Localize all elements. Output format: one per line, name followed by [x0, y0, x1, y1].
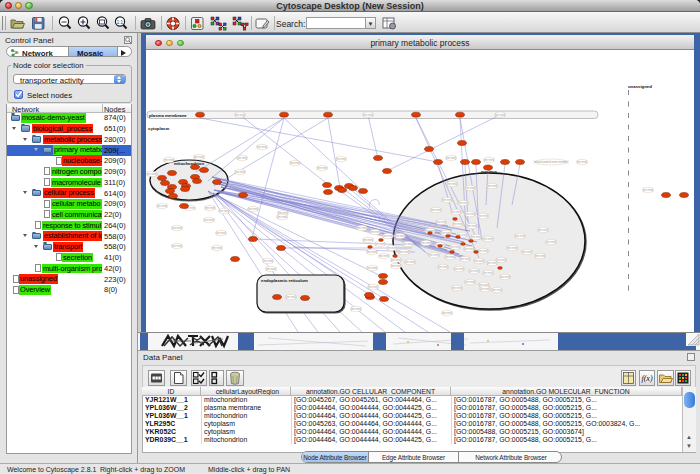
- svg-text:unassigned: unassigned: [628, 84, 652, 89]
- svg-text:[nn nnn]: [nn nnn]: [351, 307, 361, 311]
- svg-text:[nn nnn]: [nn nnn]: [500, 275, 510, 279]
- svg-text:[nn nnn]: [nn nnn]: [478, 214, 488, 218]
- svg-text:[nn nnn]: [nn nnn]: [453, 222, 463, 226]
- svg-text:[nn nnn]: [nn nnn]: [515, 234, 525, 238]
- svg-text:[nn nnn]: [nn nnn]: [483, 271, 493, 275]
- svg-text:[nn nnn]: [nn nnn]: [391, 264, 401, 268]
- svg-text:[nn nnn]: [nn nnn]: [172, 226, 182, 230]
- svg-text:endoplasmic reticulum: endoplasmic reticulum: [261, 278, 308, 283]
- svg-text:[nn nnn]: [nn nnn]: [442, 311, 452, 315]
- svg-text:plasma membrane: plasma membrane: [149, 113, 187, 118]
- svg-text:[nn nnn]: [nn nnn]: [395, 234, 405, 238]
- svg-text:[nn nnn]: [nn nnn]: [474, 259, 484, 263]
- svg-text:[nn nnn]: [nn nnn]: [467, 224, 477, 228]
- svg-text:[nn nnn]: [nn nnn]: [357, 226, 367, 230]
- svg-text:[nn nnn]: [nn nnn]: [205, 206, 215, 210]
- svg-text:[nn nnn]: [nn nnn]: [535, 254, 545, 258]
- svg-text:[nn nnn]: [nn nnn]: [204, 218, 214, 222]
- svg-text:[nn nnn]: [nn nnn]: [257, 145, 267, 149]
- svg-text:[nn nnn]: [nn nnn]: [172, 244, 182, 248]
- svg-text:[nn nnn]: [nn nnn]: [367, 266, 377, 270]
- svg-text:[nn nnn]: [nn nnn]: [164, 158, 174, 162]
- svg-text:[nn nnn]: [nn nnn]: [546, 240, 556, 244]
- svg-text:[nn nnn]: [nn nnn]: [431, 208, 441, 212]
- svg-text:f(x): f(x): [641, 374, 652, 383]
- svg-text:[nn nnn]: [nn nnn]: [421, 241, 431, 245]
- svg-text:[nn nnn]: [nn nnn]: [370, 230, 380, 234]
- svg-text:[nn nnn]: [nn nnn]: [577, 160, 587, 164]
- svg-text:[nn nnn]: [nn nnn]: [436, 220, 446, 224]
- svg-text:[nn nnn]: [nn nnn]: [478, 249, 488, 253]
- svg-text:[nn nnn]: [nn nnn]: [442, 198, 452, 202]
- svg-text:[nn nnn]: [nn nnn]: [403, 242, 413, 246]
- svg-text:[nn nnn]: [nn nnn]: [387, 246, 397, 250]
- svg-text:[nn nnn]: [nn nnn]: [496, 258, 506, 262]
- svg-text:[nn nnn]: [nn nnn]: [492, 288, 502, 292]
- svg-text:[nn nnn]: [nn nnn]: [235, 170, 245, 174]
- svg-text:[nn nnn]: [nn nnn]: [405, 260, 415, 264]
- svg-text:[nn nnn]: [nn nnn]: [212, 246, 222, 250]
- svg-text:[mitochondrial inner membr]: [mitochondrial inner membr]: [534, 160, 569, 164]
- svg-text:[nn nnn]: [nn nnn]: [216, 231, 226, 235]
- svg-text:[nn nnn]: [nn nnn]: [522, 250, 532, 254]
- svg-text:[nn nnn]: [nn nnn]: [451, 210, 461, 214]
- svg-text:1:1: 1:1: [117, 20, 124, 25]
- svg-text:[nn nnn]: [nn nnn]: [480, 287, 490, 291]
- svg-text:[nn nnn]: [nn nnn]: [237, 156, 247, 160]
- svg-text:[nn nnn]: [nn nnn]: [235, 113, 245, 117]
- svg-text:[nn nnn]: [nn nnn]: [465, 212, 475, 216]
- svg-text:[nn nnn]: [nn nnn]: [266, 267, 276, 271]
- svg-text:[nn nnn]: [nn nnn]: [429, 253, 439, 257]
- svg-text:[nn nnn]: [nn nnn]: [438, 265, 448, 269]
- svg-text:[nn nnn]: [nn nnn]: [465, 280, 475, 284]
- svg-text:mitochondrion: mitochondrion: [174, 161, 204, 166]
- svg-text:[nn nnn]: [nn nnn]: [495, 113, 505, 117]
- svg-text:[nn nnn]: [nn nnn]: [538, 228, 548, 232]
- svg-text:[nn nnn]: [nn nnn]: [452, 286, 462, 290]
- svg-text:[nn nnn]: [nn nnn]: [147, 172, 157, 176]
- svg-text:[nn nnn]: [nn nnn]: [454, 267, 464, 271]
- svg-text:[nn nnn]: [nn nnn]: [483, 237, 493, 241]
- svg-text:[nn nnn]: [nn nnn]: [379, 254, 389, 258]
- svg-text:[nn nnn]: [nn nnn]: [450, 245, 460, 249]
- svg-text:[nn nnn]: [nn nnn]: [368, 285, 378, 289]
- svg-text:[nn nnn]: [nn nnn]: [399, 250, 409, 254]
- svg-text:[nn nnn]: [nn nnn]: [447, 182, 457, 186]
- svg-text:[nn nnn]: [nn nnn]: [277, 215, 287, 219]
- svg-text:[nn nnn]: [nn nnn]: [317, 166, 327, 170]
- svg-text:[nn nnn]: [nn nnn]: [471, 235, 481, 239]
- svg-text:[nn nnn]: [nn nnn]: [484, 158, 494, 162]
- svg-text:[nn nnn]: [nn nnn]: [441, 231, 451, 235]
- svg-text:[nn nnn]: [nn nnn]: [363, 113, 373, 117]
- svg-text:[nn nnn]: [nn nnn]: [469, 269, 479, 273]
- svg-text:[nn nnn]: [nn nnn]: [487, 184, 497, 188]
- svg-text:[nn nnn]: [nn nnn]: [465, 186, 475, 190]
- svg-text:[nn nnn]: [nn nnn]: [336, 157, 346, 161]
- svg-text:[nn nnn]: [nn nnn]: [375, 242, 385, 246]
- svg-text:[nn nnn]: [nn nnn]: [194, 155, 204, 159]
- svg-text:[nn nnn]: [nn nnn]: [458, 201, 468, 205]
- svg-text:[nn nnn]: [nn nnn]: [446, 156, 456, 160]
- svg-text:[nn nnn]: [nn nnn]: [391, 258, 401, 262]
- svg-text:[nn nnn]: [nn nnn]: [445, 255, 455, 259]
- svg-text:[nn nnn]: [nn nnn]: [286, 295, 296, 299]
- svg-text:[nn nnn]: [nn nnn]: [248, 207, 258, 211]
- svg-text:[nn nnn]: [nn nnn]: [290, 161, 300, 165]
- svg-text:[nn nnn]: [nn nnn]: [383, 234, 393, 238]
- svg-text:[nn nnn]: [nn nnn]: [464, 247, 474, 251]
- svg-text:[nn nnn]: [nn nnn]: [157, 204, 167, 208]
- svg-text:[nn nnn]: [nn nnn]: [263, 259, 273, 263]
- svg-text:[nn nnn]: [nn nnn]: [367, 250, 377, 254]
- svg-text:cytoplasm: cytoplasm: [148, 126, 169, 131]
- svg-text:[nn nnn]: [nn nnn]: [219, 209, 229, 213]
- svg-text:[nn nnn]: [nn nnn]: [507, 246, 517, 250]
- svg-text:[nn nnn]: [nn nnn]: [460, 257, 470, 261]
- svg-text:[nn nnn]: [nn nnn]: [363, 238, 373, 242]
- svg-text:[nn nnn]: [nn nnn]: [643, 188, 653, 192]
